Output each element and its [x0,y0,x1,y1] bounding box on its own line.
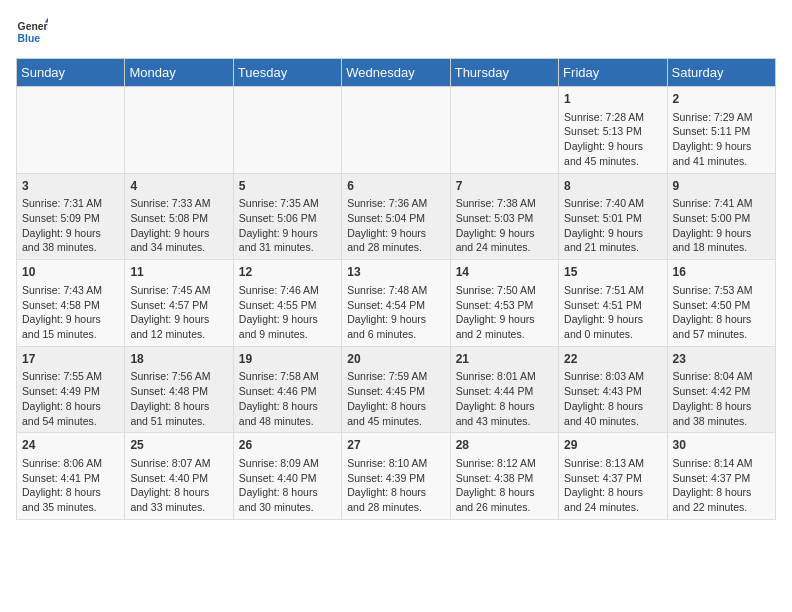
day-info: Sunrise: 7:40 AM Sunset: 5:01 PM Dayligh… [564,196,661,255]
day-number: 15 [564,264,661,281]
day-info: Sunrise: 7:41 AM Sunset: 5:00 PM Dayligh… [673,196,770,255]
week-row-4: 24Sunrise: 8:06 AM Sunset: 4:41 PM Dayli… [17,433,776,520]
day-info: Sunrise: 8:03 AM Sunset: 4:43 PM Dayligh… [564,369,661,428]
calendar-cell: 11Sunrise: 7:45 AM Sunset: 4:57 PM Dayli… [125,260,233,347]
day-number: 18 [130,351,227,368]
day-number: 11 [130,264,227,281]
calendar-cell [17,87,125,174]
svg-text:Blue: Blue [18,33,41,44]
calendar-cell [233,87,341,174]
day-info: Sunrise: 8:06 AM Sunset: 4:41 PM Dayligh… [22,456,119,515]
day-number: 28 [456,437,553,454]
day-info: Sunrise: 8:13 AM Sunset: 4:37 PM Dayligh… [564,456,661,515]
calendar-cell: 20Sunrise: 7:59 AM Sunset: 4:45 PM Dayli… [342,346,450,433]
day-info: Sunrise: 7:46 AM Sunset: 4:55 PM Dayligh… [239,283,336,342]
day-number: 22 [564,351,661,368]
calendar-cell: 19Sunrise: 7:58 AM Sunset: 4:46 PM Dayli… [233,346,341,433]
day-info: Sunrise: 8:10 AM Sunset: 4:39 PM Dayligh… [347,456,444,515]
day-number: 30 [673,437,770,454]
weekday-header-wednesday: Wednesday [342,59,450,87]
day-number: 8 [564,178,661,195]
day-number: 10 [22,264,119,281]
day-info: Sunrise: 7:35 AM Sunset: 5:06 PM Dayligh… [239,196,336,255]
day-number: 3 [22,178,119,195]
calendar-cell: 29Sunrise: 8:13 AM Sunset: 4:37 PM Dayli… [559,433,667,520]
day-info: Sunrise: 7:56 AM Sunset: 4:48 PM Dayligh… [130,369,227,428]
weekday-header-row: SundayMondayTuesdayWednesdayThursdayFrid… [17,59,776,87]
calendar-cell: 12Sunrise: 7:46 AM Sunset: 4:55 PM Dayli… [233,260,341,347]
calendar-cell: 15Sunrise: 7:51 AM Sunset: 4:51 PM Dayli… [559,260,667,347]
day-number: 23 [673,351,770,368]
calendar-cell: 13Sunrise: 7:48 AM Sunset: 4:54 PM Dayli… [342,260,450,347]
day-info: Sunrise: 8:07 AM Sunset: 4:40 PM Dayligh… [130,456,227,515]
day-number: 14 [456,264,553,281]
calendar-cell: 25Sunrise: 8:07 AM Sunset: 4:40 PM Dayli… [125,433,233,520]
day-info: Sunrise: 8:09 AM Sunset: 4:40 PM Dayligh… [239,456,336,515]
day-info: Sunrise: 8:01 AM Sunset: 4:44 PM Dayligh… [456,369,553,428]
day-info: Sunrise: 7:38 AM Sunset: 5:03 PM Dayligh… [456,196,553,255]
day-number: 20 [347,351,444,368]
day-info: Sunrise: 7:43 AM Sunset: 4:58 PM Dayligh… [22,283,119,342]
day-number: 27 [347,437,444,454]
calendar-cell: 23Sunrise: 8:04 AM Sunset: 4:42 PM Dayli… [667,346,775,433]
svg-text:General: General [18,21,48,32]
day-number: 1 [564,91,661,108]
week-row-0: 1Sunrise: 7:28 AM Sunset: 5:13 PM Daylig… [17,87,776,174]
calendar-cell: 1Sunrise: 7:28 AM Sunset: 5:13 PM Daylig… [559,87,667,174]
logo-icon: General Blue [16,16,48,48]
calendar-cell: 28Sunrise: 8:12 AM Sunset: 4:38 PM Dayli… [450,433,558,520]
calendar-cell: 3Sunrise: 7:31 AM Sunset: 5:09 PM Daylig… [17,173,125,260]
calendar-cell: 10Sunrise: 7:43 AM Sunset: 4:58 PM Dayli… [17,260,125,347]
calendar-cell: 7Sunrise: 7:38 AM Sunset: 5:03 PM Daylig… [450,173,558,260]
day-info: Sunrise: 7:59 AM Sunset: 4:45 PM Dayligh… [347,369,444,428]
day-info: Sunrise: 7:58 AM Sunset: 4:46 PM Dayligh… [239,369,336,428]
weekday-header-tuesday: Tuesday [233,59,341,87]
day-number: 2 [673,91,770,108]
calendar-cell: 5Sunrise: 7:35 AM Sunset: 5:06 PM Daylig… [233,173,341,260]
weekday-header-friday: Friday [559,59,667,87]
day-info: Sunrise: 7:53 AM Sunset: 4:50 PM Dayligh… [673,283,770,342]
calendar-table: SundayMondayTuesdayWednesdayThursdayFrid… [16,58,776,520]
weekday-header-thursday: Thursday [450,59,558,87]
day-number: 13 [347,264,444,281]
calendar-cell: 21Sunrise: 8:01 AM Sunset: 4:44 PM Dayli… [450,346,558,433]
day-number: 5 [239,178,336,195]
calendar-cell: 8Sunrise: 7:40 AM Sunset: 5:01 PM Daylig… [559,173,667,260]
week-row-2: 10Sunrise: 7:43 AM Sunset: 4:58 PM Dayli… [17,260,776,347]
day-info: Sunrise: 7:48 AM Sunset: 4:54 PM Dayligh… [347,283,444,342]
logo: General Blue [16,16,52,48]
calendar-cell: 27Sunrise: 8:10 AM Sunset: 4:39 PM Dayli… [342,433,450,520]
calendar-cell: 24Sunrise: 8:06 AM Sunset: 4:41 PM Dayli… [17,433,125,520]
weekday-header-monday: Monday [125,59,233,87]
day-info: Sunrise: 8:12 AM Sunset: 4:38 PM Dayligh… [456,456,553,515]
day-number: 12 [239,264,336,281]
day-info: Sunrise: 8:14 AM Sunset: 4:37 PM Dayligh… [673,456,770,515]
calendar-cell [342,87,450,174]
calendar-cell [125,87,233,174]
calendar-cell: 16Sunrise: 7:53 AM Sunset: 4:50 PM Dayli… [667,260,775,347]
calendar-cell: 30Sunrise: 8:14 AM Sunset: 4:37 PM Dayli… [667,433,775,520]
day-number: 4 [130,178,227,195]
weekday-header-saturday: Saturday [667,59,775,87]
day-info: Sunrise: 7:45 AM Sunset: 4:57 PM Dayligh… [130,283,227,342]
day-number: 24 [22,437,119,454]
calendar-cell: 2Sunrise: 7:29 AM Sunset: 5:11 PM Daylig… [667,87,775,174]
calendar-cell: 4Sunrise: 7:33 AM Sunset: 5:08 PM Daylig… [125,173,233,260]
calendar-cell: 6Sunrise: 7:36 AM Sunset: 5:04 PM Daylig… [342,173,450,260]
day-info: Sunrise: 7:55 AM Sunset: 4:49 PM Dayligh… [22,369,119,428]
day-info: Sunrise: 7:31 AM Sunset: 5:09 PM Dayligh… [22,196,119,255]
calendar-cell [450,87,558,174]
calendar-cell: 14Sunrise: 7:50 AM Sunset: 4:53 PM Dayli… [450,260,558,347]
day-number: 26 [239,437,336,454]
day-info: Sunrise: 7:29 AM Sunset: 5:11 PM Dayligh… [673,110,770,169]
weekday-header-sunday: Sunday [17,59,125,87]
day-info: Sunrise: 7:33 AM Sunset: 5:08 PM Dayligh… [130,196,227,255]
day-number: 25 [130,437,227,454]
day-info: Sunrise: 7:51 AM Sunset: 4:51 PM Dayligh… [564,283,661,342]
calendar-cell: 17Sunrise: 7:55 AM Sunset: 4:49 PM Dayli… [17,346,125,433]
day-info: Sunrise: 7:28 AM Sunset: 5:13 PM Dayligh… [564,110,661,169]
day-info: Sunrise: 7:50 AM Sunset: 4:53 PM Dayligh… [456,283,553,342]
calendar-cell: 9Sunrise: 7:41 AM Sunset: 5:00 PM Daylig… [667,173,775,260]
header: General Blue [16,16,776,48]
calendar-cell: 22Sunrise: 8:03 AM Sunset: 4:43 PM Dayli… [559,346,667,433]
